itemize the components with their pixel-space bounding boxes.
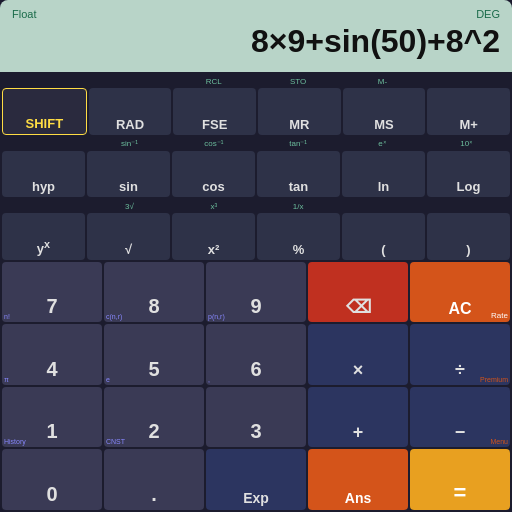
rcl-label: RCL [173,74,255,88]
cos-button[interactable]: cos [172,151,255,198]
divide-button[interactable]: Premium ÷ [410,324,510,385]
exp-button[interactable]: Exp [206,449,306,510]
dot-button[interactable]: . [104,449,204,510]
lparen-button[interactable]: ( [342,213,425,260]
pct-button[interactable]: % [257,213,340,260]
sqrt-button[interactable]: √ [87,213,170,260]
0-button[interactable]: 0 [2,449,102,510]
4-button[interactable]: π 4 [2,324,102,385]
ms-button[interactable]: MS [343,88,426,135]
1-button[interactable]: History 1 [2,387,102,448]
buttons-area: RCL STO M- SHIFT RAD FSE MR MS [0,72,512,512]
angle-mode: DEG [476,8,500,20]
3-button[interactable]: 3 [206,387,306,448]
multiply-button[interactable]: × [308,324,408,385]
mminus-label: M- [341,74,423,88]
display-section: Float DEG 8×9+sin(50)+8^2 [0,0,512,72]
inv-label: 1/x [257,199,339,213]
taninv-label: tan⁻¹ [257,137,339,151]
hyp-button[interactable]: hyp [2,151,85,198]
8-button[interactable]: c(n,r) 8 [104,262,204,323]
display-expression: 8×9+sin(50)+8^2 [12,22,500,66]
7-button[interactable]: n! 7 [2,262,102,323]
5-button[interactable]: e 5 [104,324,204,385]
float-mode: Float [12,8,36,20]
9-button[interactable]: p(n,r) 9 [206,262,306,323]
row4: n! 7 c(n,r) 8 p(n,r) 9 ⌫ Rate AC [2,262,510,323]
cbrt-label: 3√ [88,199,170,213]
row3: yx √ x² % ( ) [2,213,510,260]
cosinv-label: cos⁻¹ [173,137,255,151]
fse-button[interactable]: FSE [173,88,256,135]
10x-label: 10ˣ [426,137,508,151]
ac-button[interactable]: Rate AC [410,262,510,323]
ex-label: eˣ [341,137,423,151]
sto-label: STO [257,74,339,88]
6-button[interactable]: , 6 [206,324,306,385]
equals-button[interactable]: = [410,449,510,510]
rad-button[interactable]: RAD [89,88,172,135]
2-button[interactable]: CNST 2 [104,387,204,448]
tan-button[interactable]: tan [257,151,340,198]
add-button[interactable]: + [308,387,408,448]
log-button[interactable]: Log [427,151,510,198]
row7: 0 . Exp Ans = [2,449,510,510]
del-button[interactable]: ⌫ [308,262,408,323]
x2-button[interactable]: x² [172,213,255,260]
subtract-button[interactable]: Menu − [410,387,510,448]
sinv-label: sin⁻¹ [88,137,170,151]
row1: SHIFT RAD FSE MR MS M+ [2,88,510,135]
sin-button[interactable]: sin [87,151,170,198]
ans-button[interactable]: Ans [308,449,408,510]
row3-top-labels: 3√ x³ 1/x [2,199,510,213]
mr-button[interactable]: MR [258,88,341,135]
row1-top-labels: RCL STO M- [2,74,510,88]
rparen-button[interactable]: ) [427,213,510,260]
row2-top-labels: sin⁻¹ cos⁻¹ tan⁻¹ eˣ 10ˣ [2,137,510,151]
shift-button[interactable]: SHIFT [2,88,87,135]
calculator: Float DEG 8×9+sin(50)+8^2 RCL STO M- SHI… [0,0,512,512]
row6: History 1 CNST 2 3 + Menu − [2,387,510,448]
row2: hyp sin cos tan ln Log [2,151,510,198]
ln-button[interactable]: ln [342,151,425,198]
yx-button[interactable]: yx [2,213,85,260]
x3-label: x³ [173,199,255,213]
display-top: Float DEG [12,8,500,20]
row5: π 4 e 5 , 6 × Premium ÷ [2,324,510,385]
mplus-button[interactable]: M+ [427,88,510,135]
